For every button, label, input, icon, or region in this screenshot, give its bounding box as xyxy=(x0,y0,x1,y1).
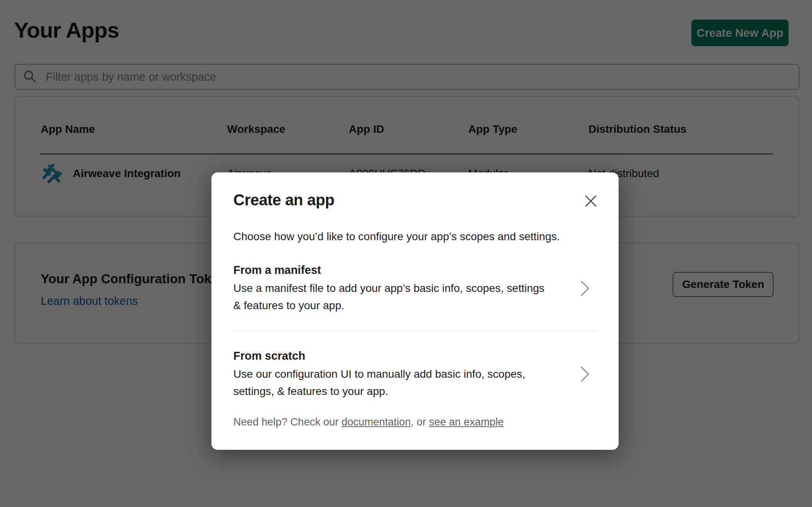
your-apps-page: Your Apps Create New App App Name Worksp… xyxy=(0,0,812,507)
help-middle: , or xyxy=(411,416,429,428)
option-title: From a manifest xyxy=(233,263,547,277)
help-prefix: Need help? Check our xyxy=(233,416,341,428)
option-description: Use our configuration UI to manually add… xyxy=(233,366,547,400)
documentation-link[interactable]: documentation xyxy=(341,416,411,428)
modal-help-text: Need help? Check our documentation, or s… xyxy=(233,415,597,429)
modal-subtitle: Choose how you’d like to configure your … xyxy=(233,229,597,244)
chevron-right-icon xyxy=(580,280,590,297)
option-description: Use a manifest file to add your app’s ba… xyxy=(233,280,547,314)
modal-title: Create an app xyxy=(233,190,597,209)
options-divider xyxy=(233,331,597,331)
option-from-scratch[interactable]: From scratch Use our configuration UI to… xyxy=(233,348,597,400)
create-an-app-modal: Create an app Choose how you’d like to c… xyxy=(211,172,619,450)
option-from-a-manifest[interactable]: From a manifest Use a manifest file to a… xyxy=(233,263,597,314)
chevron-right-icon xyxy=(580,366,590,382)
close-icon[interactable] xyxy=(584,194,597,208)
see-an-example-link[interactable]: see an example xyxy=(429,416,504,428)
option-title: From scratch xyxy=(233,348,547,363)
